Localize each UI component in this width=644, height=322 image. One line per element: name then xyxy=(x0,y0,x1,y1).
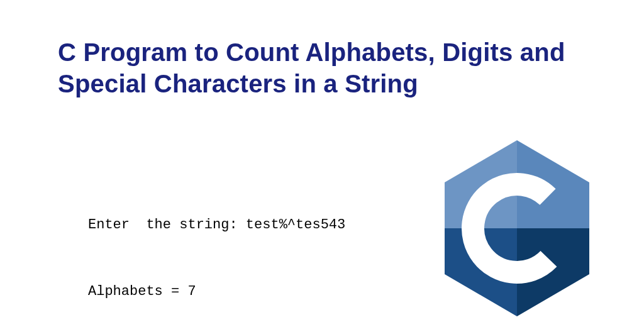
page-root: C Program to Count Alphabets, Digits and… xyxy=(0,0,644,322)
page-title: C Program to Count Alphabets, Digits and… xyxy=(58,36,574,99)
console-line: Enter the string: test%^tes543 xyxy=(88,214,345,236)
c-language-logo-icon xyxy=(435,137,599,319)
console-output: Enter the string: test%^tes543 Alphabets… xyxy=(88,170,345,322)
console-line: Alphabets = 7 xyxy=(88,280,345,303)
